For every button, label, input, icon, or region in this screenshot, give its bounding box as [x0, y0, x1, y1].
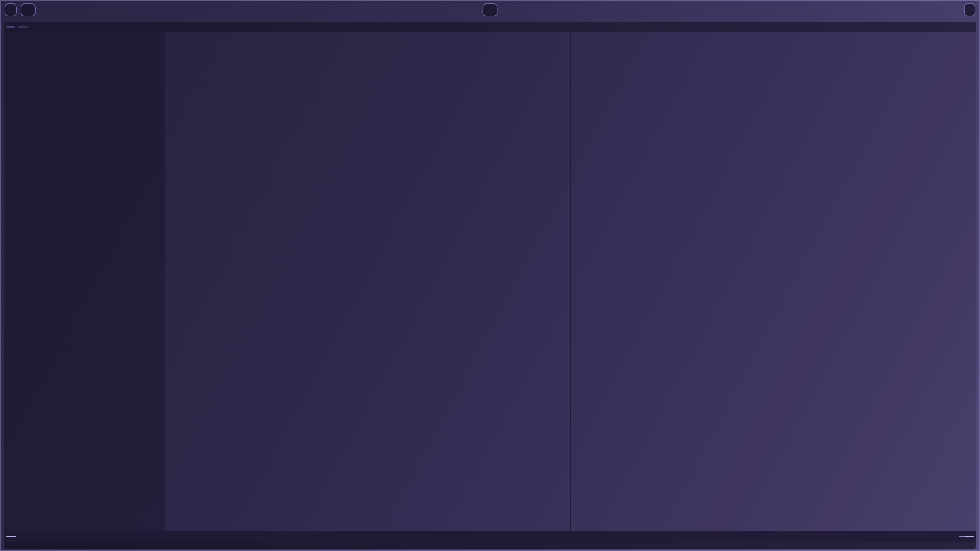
cursor-position — [965, 536, 974, 537]
neovim-logo-label — [6, 26, 15, 28]
file-glyph-icon — [959, 536, 965, 537]
statusline — [4, 531, 976, 542]
tray-icons — [964, 3, 975, 16]
editor-main — [4, 32, 976, 531]
topbar — [5, 3, 975, 17]
file-tree — [4, 32, 165, 531]
tabline — [4, 22, 976, 32]
cmdline[interactable] — [4, 542, 976, 549]
neovide-window — [4, 22, 976, 549]
workspace-list — [5, 3, 17, 16]
editor-right-window — [571, 32, 976, 531]
mode-indicator — [6, 536, 16, 537]
tab-mappings-nix[interactable] — [18, 26, 28, 28]
editor-left-window — [165, 32, 570, 531]
topbar-center — [483, 3, 498, 16]
topbar-left — [5, 3, 36, 16]
music-widget[interactable] — [483, 3, 498, 16]
topbar-right — [961, 3, 975, 16]
focused-window — [21, 3, 36, 16]
